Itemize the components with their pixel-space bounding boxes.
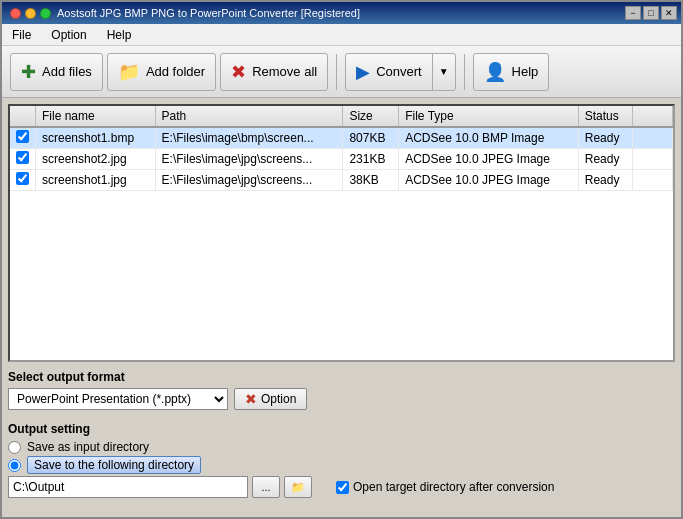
dir-folder-button[interactable]: 📁 (284, 476, 312, 498)
row-3-filetype: ACDSee 10.0 JPEG Image (399, 170, 579, 191)
file-table: File name Path Size File Type Status scr… (10, 106, 673, 191)
open-target-row: Open target directory after conversion (336, 480, 554, 494)
add-files-icon: ✚ (21, 61, 36, 83)
menu-file[interactable]: File (6, 26, 37, 44)
open-target-checkbox[interactable] (336, 481, 349, 494)
col-header-filetype: File Type (399, 106, 579, 127)
add-folder-icon: 📁 (118, 61, 140, 83)
col-header-size: Size (343, 106, 399, 127)
radio-save-as-input-label[interactable]: Save as input directory (27, 440, 149, 454)
radio-save-to-label[interactable]: Save to the following directory (27, 458, 201, 472)
dir-row: C:\Output ... 📁 Open target directory af… (8, 476, 675, 498)
row-3-filename: screenshot1.jpg (36, 170, 156, 191)
win-maximize-btn[interactable]: □ (643, 6, 659, 20)
radio-row-1: Save as input directory (8, 440, 675, 454)
toolbar: ✚ Add files 📁 Add folder ✖ Remove all ▶ … (2, 46, 681, 98)
dir-input[interactable]: C:\Output (8, 476, 248, 498)
row-2-filename: screenshot2.jpg (36, 149, 156, 170)
col-header-filename: File name (36, 106, 156, 127)
dir-folder-icon: 📁 (291, 481, 305, 494)
output-format-section: Select output format PowerPoint Presenta… (8, 370, 675, 418)
remove-all-label: Remove all (252, 64, 317, 79)
row-1-checkbox-cell[interactable] (10, 127, 36, 149)
add-folder-button[interactable]: 📁 Add folder (107, 53, 216, 91)
add-files-label: Add files (42, 64, 92, 79)
row-2-checkbox-cell[interactable] (10, 149, 36, 170)
row-2-status: Ready (578, 149, 632, 170)
output-setting-section: Output setting Save as input directory S… (8, 422, 675, 498)
title-bar-buttons: − □ ✕ (625, 6, 677, 20)
dir-browse-button[interactable]: ... (252, 476, 280, 498)
content-area: File name Path Size File Type Status scr… (2, 98, 681, 517)
row-1-filetype: ACDSee 10.0 BMP Image (399, 127, 579, 149)
output-format-label: Select output format (8, 370, 675, 384)
col-header-path: Path (155, 106, 343, 127)
option-btn-label: Option (261, 392, 296, 406)
remove-all-button[interactable]: ✖ Remove all (220, 53, 328, 91)
table-row[interactable]: screenshot1.bmp E:\Files\image\bmp\scree… (10, 127, 673, 149)
toolbar-divider-1 (336, 54, 337, 90)
menu-option[interactable]: Option (45, 26, 92, 44)
minimize-window-btn[interactable] (25, 8, 36, 19)
table-row[interactable]: screenshot2.jpg E:\Files\image\jpg\scree… (10, 149, 673, 170)
row-2-checkbox[interactable] (16, 151, 29, 164)
title-bar: Aostsoft JPG BMP PNG to PowerPoint Conve… (2, 2, 681, 24)
window-controls (10, 8, 51, 19)
file-list-container[interactable]: File name Path Size File Type Status scr… (8, 104, 675, 362)
remove-all-icon: ✖ (231, 61, 246, 83)
toolbar-divider-2 (464, 54, 465, 90)
menu-bar: File Option Help (2, 24, 681, 46)
row-2-extra (633, 149, 673, 170)
row-3-status: Ready (578, 170, 632, 191)
row-3-checkbox[interactable] (16, 172, 29, 185)
app-window: Aostsoft JPG BMP PNG to PowerPoint Conve… (0, 0, 683, 519)
row-3-checkbox-cell[interactable] (10, 170, 36, 191)
row-1-extra (633, 127, 673, 149)
help-button[interactable]: 👤 Help (473, 53, 550, 91)
row-1-status: Ready (578, 127, 632, 149)
menu-help[interactable]: Help (101, 26, 138, 44)
format-row: PowerPoint Presentation (*.pptx) PowerPo… (8, 388, 675, 410)
row-3-size: 38KB (343, 170, 399, 191)
format-select[interactable]: PowerPoint Presentation (*.pptx) PowerPo… (8, 388, 228, 410)
dir-browse-icon: ... (261, 481, 270, 493)
win-minimize-btn[interactable]: − (625, 6, 641, 20)
row-2-path: E:\Files\image\jpg\screens... (155, 149, 343, 170)
help-icon: 👤 (484, 61, 506, 83)
radio-save-as-input[interactable] (8, 441, 21, 454)
add-files-button[interactable]: ✚ Add files (10, 53, 103, 91)
col-header-extra (633, 106, 673, 127)
row-1-path: E:\Files\image\bmp\screen... (155, 127, 343, 149)
option-button[interactable]: ✖ Option (234, 388, 307, 410)
help-label: Help (512, 64, 539, 79)
row-1-filename: screenshot1.bmp (36, 127, 156, 149)
row-1-checkbox[interactable] (16, 130, 29, 143)
convert-icon: ▶ (356, 61, 370, 83)
close-window-btn[interactable] (10, 8, 21, 19)
col-header-checkbox (10, 106, 36, 127)
maximize-window-btn[interactable] (40, 8, 51, 19)
row-3-path: E:\Files\image\jpg\screens... (155, 170, 343, 191)
row-2-size: 231KB (343, 149, 399, 170)
add-folder-label: Add folder (146, 64, 205, 79)
row-1-size: 807KB (343, 127, 399, 149)
row-2-filetype: ACDSee 10.0 JPEG Image (399, 149, 579, 170)
convert-main-btn[interactable]: ▶ Convert (346, 54, 433, 90)
save-to-btn-label[interactable]: Save to the following directory (27, 456, 201, 474)
option-icon: ✖ (245, 391, 257, 407)
radio-save-to[interactable] (8, 459, 21, 472)
output-setting-label: Output setting (8, 422, 675, 436)
table-row[interactable]: screenshot1.jpg E:\Files\image\jpg\scree… (10, 170, 673, 191)
convert-dropdown-arrow[interactable]: ▼ (433, 54, 455, 90)
radio-row-2: Save to the following directory (8, 458, 675, 472)
convert-button-group[interactable]: ▶ Convert ▼ (345, 53, 455, 91)
col-header-status: Status (578, 106, 632, 127)
win-close-btn[interactable]: ✕ (661, 6, 677, 20)
row-3-extra (633, 170, 673, 191)
window-title: Aostsoft JPG BMP PNG to PowerPoint Conve… (57, 7, 360, 19)
open-target-label[interactable]: Open target directory after conversion (353, 480, 554, 494)
convert-label: Convert (376, 64, 422, 79)
